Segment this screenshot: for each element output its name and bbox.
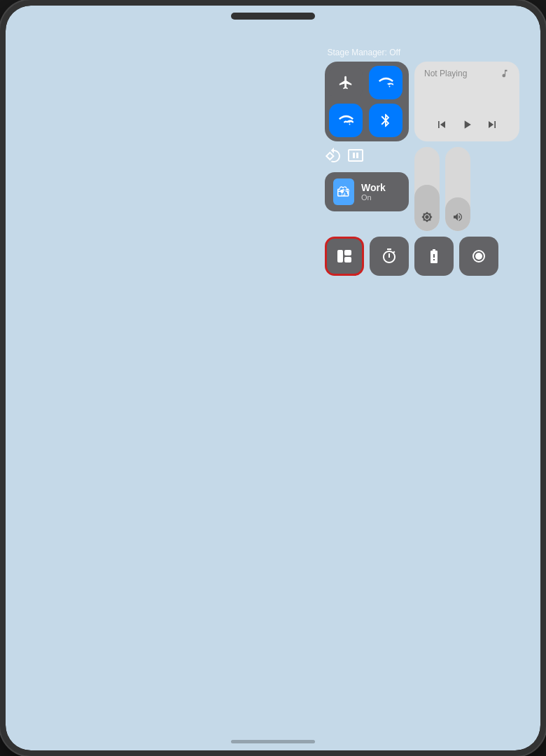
timer-button[interactable] bbox=[370, 237, 409, 276]
brightness-icon bbox=[421, 211, 433, 223]
timer-icon bbox=[381, 248, 398, 265]
briefcase-icon bbox=[337, 186, 350, 198]
now-playing-icon bbox=[500, 69, 510, 78]
ipad-screen: Stage Manager: Off bbox=[6, 6, 540, 750]
now-playing-controls bbox=[424, 118, 510, 134]
volume-slider[interactable] bbox=[445, 147, 470, 231]
row-2: Work On bbox=[325, 147, 519, 231]
now-playing-text: Not Playing bbox=[424, 69, 467, 78]
volume-icon bbox=[452, 211, 463, 223]
play-icon bbox=[460, 118, 474, 132]
screen-row bbox=[325, 147, 409, 167]
focus-status: On bbox=[361, 193, 386, 202]
control-center: Not Playing bbox=[325, 62, 519, 276]
row-1: Not Playing bbox=[325, 62, 519, 141]
svg-rect-0 bbox=[337, 250, 343, 262]
brightness-slider[interactable] bbox=[414, 147, 440, 231]
screen-rotation-button[interactable] bbox=[325, 147, 342, 167]
wifi-button[interactable] bbox=[329, 104, 363, 137]
play-button[interactable] bbox=[460, 118, 474, 134]
focus-icon bbox=[333, 178, 354, 205]
camera-bar bbox=[231, 13, 315, 20]
screen-mirror-button[interactable] bbox=[347, 147, 364, 167]
airplane-mode-button[interactable] bbox=[329, 66, 363, 99]
screen-rotation-icon bbox=[325, 147, 342, 164]
home-indicator bbox=[231, 740, 315, 743]
forward-button[interactable] bbox=[485, 118, 499, 134]
svg-rect-1 bbox=[344, 250, 351, 255]
wifi-calling-button[interactable] bbox=[369, 66, 402, 99]
svg-point-4 bbox=[475, 253, 482, 260]
svg-rect-2 bbox=[344, 257, 351, 262]
left-column: Work On bbox=[325, 147, 409, 231]
stage-manager-button[interactable] bbox=[325, 237, 364, 276]
stage-manager-icon bbox=[336, 248, 353, 265]
battery-icon bbox=[426, 248, 442, 265]
screen-record-icon bbox=[470, 248, 487, 265]
connectivity-group bbox=[325, 62, 409, 141]
low-power-button[interactable] bbox=[414, 237, 454, 276]
focus-work-button[interactable]: Work On bbox=[325, 172, 409, 211]
slider-group bbox=[414, 147, 470, 231]
airplane-icon bbox=[338, 75, 354, 90]
wifi-icon bbox=[338, 113, 354, 128]
bluetooth-button[interactable] bbox=[369, 104, 402, 137]
now-playing-title: Not Playing bbox=[424, 69, 510, 78]
stage-manager-label: Stage Manager: Off bbox=[327, 48, 400, 57]
now-playing-panel: Not Playing bbox=[414, 62, 519, 141]
bottom-row bbox=[325, 237, 519, 276]
forward-icon bbox=[485, 118, 499, 132]
bluetooth-icon bbox=[378, 113, 393, 128]
rewind-button[interactable] bbox=[435, 118, 449, 134]
focus-name: Work bbox=[361, 182, 386, 193]
ipad-frame: Stage Manager: Off bbox=[0, 0, 546, 756]
screen-record-button[interactable] bbox=[459, 237, 498, 276]
rewind-icon bbox=[435, 118, 449, 132]
focus-text: Work On bbox=[361, 182, 386, 202]
screen-mirror-icon bbox=[347, 147, 364, 164]
wifi-calling-icon bbox=[378, 75, 393, 90]
